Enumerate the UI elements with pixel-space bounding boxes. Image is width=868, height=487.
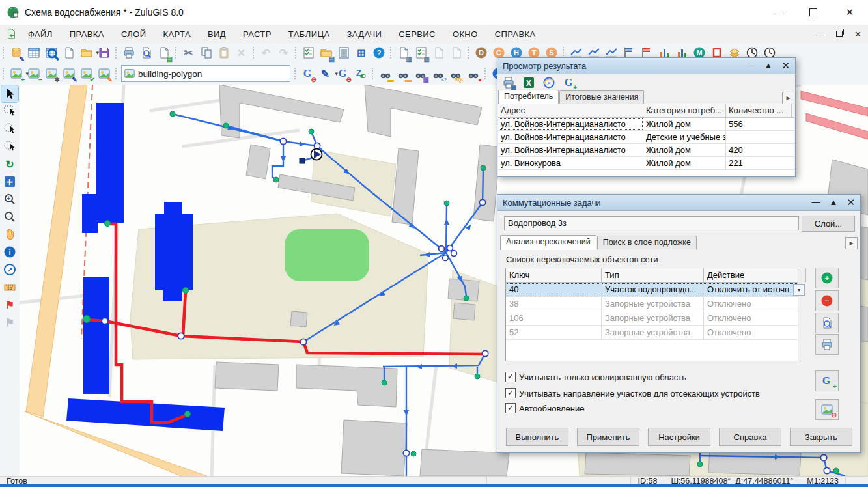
switch-objects-table[interactable]: КлючТипДействие40Участок водопроводн...О… (505, 268, 798, 361)
menu-файл[interactable]: ФАЙЛ (20, 29, 61, 39)
active-layer-combo[interactable]: building-polygon (121, 65, 290, 82)
switching-tab-scroll-button[interactable]: ▶ (845, 237, 858, 249)
print-preview-icon[interactable] (138, 45, 154, 61)
switching-tab-0[interactable]: Анализ переключений (500, 235, 596, 250)
select-lasso-tool[interactable] (1, 138, 18, 155)
legend-list-icon[interactable] (335, 45, 352, 61)
report-icon[interactable]: ▤ (156, 45, 172, 61)
project-folder-icon[interactable]: ▤ (318, 45, 334, 61)
checkbox[interactable]: ✓ (505, 403, 516, 413)
undo-icon[interactable]: ↶ (258, 45, 274, 61)
search-db-icon[interactable]: ▬ (395, 66, 411, 82)
export-web-icon[interactable]: e (542, 76, 556, 90)
task-list-icon[interactable] (300, 45, 316, 61)
search-xml-icon[interactable]: <? (430, 66, 446, 82)
настройки-button[interactable]: Настройки (648, 428, 710, 446)
result-table-row[interactable]: ул. ВинокуроваЖилой дом221 (498, 157, 794, 170)
switch-table-row[interactable]: 106Запорные устройстваОтключено (506, 311, 798, 326)
layer-remove-icon[interactable]: − (25, 66, 42, 82)
menu-задачи[interactable]: ЗАДАЧИ (338, 29, 390, 39)
add-frame-icon[interactable]: ⊞ (353, 45, 369, 61)
export-excel-icon[interactable]: X (522, 76, 536, 90)
print-result-icon[interactable]: ▦ (501, 76, 516, 90)
result-table-row[interactable]: ул. Войнов-ИнтернацианалистоЖилой дом420 (498, 144, 794, 157)
menu-таблица[interactable]: ТАБЛИЦА (280, 29, 339, 39)
search-key-icon[interactable]: ▬ (377, 66, 393, 82)
search-theme-icon[interactable]: ▦ (412, 66, 428, 82)
layer-apply-icon[interactable]: ✔ (78, 66, 94, 82)
add-result-to-map-button[interactable]: G+ (815, 370, 839, 391)
table-view-icon[interactable] (25, 45, 42, 61)
layer-add-icon[interactable]: +▾ (8, 66, 24, 82)
switch-table-row[interactable]: 40Участок водопроводн...Отключить от ист… (506, 283, 798, 297)
checkbox[interactable]: ✓ (505, 372, 516, 382)
справка-button[interactable]: Справка (719, 428, 781, 446)
layer-settings-icon[interactable]: ✱ (43, 66, 59, 82)
menu-окно[interactable]: ОКНО (444, 29, 486, 39)
select-tool[interactable] (1, 85, 18, 102)
mdi-restore-button[interactable] (836, 31, 843, 37)
cut-icon[interactable]: ✂ (180, 45, 197, 61)
save-icon[interactable] (96, 45, 112, 61)
search-sql-icon[interactable]: SQL (447, 66, 464, 82)
redo-icon[interactable]: ↷ (275, 45, 292, 61)
result-tab-1[interactable]: Итоговые значения (559, 90, 644, 104)
print-tiles-icon[interactable] (448, 45, 464, 61)
select-rect-tool[interactable] (1, 103, 18, 120)
switch-table-row[interactable]: 52Запорные устройстваОтключено (506, 326, 798, 340)
result-tab-scroll-button[interactable]: ▶ (782, 92, 794, 104)
draw-pencil-icon[interactable]: ✎▾ (317, 66, 333, 82)
db-edit-icon[interactable]: ✎ (8, 45, 24, 61)
mdi-close-button[interactable]: ✕ (854, 29, 861, 39)
open-folder-icon[interactable]: ▾ (78, 45, 94, 61)
layer-edit-icon[interactable]: ✎ (61, 66, 77, 82)
row-remove-button[interactable]: − (815, 290, 839, 311)
geo-off-icon[interactable]: G⊖ (300, 66, 316, 82)
menu-карта[interactable]: КАРТА (154, 29, 199, 39)
menu-сервис[interactable]: СЕРВИС (390, 29, 444, 39)
result-table-row[interactable]: ул. Войнов-ИнтернацианалистоЖилой дом556 (498, 118, 794, 131)
menu-правка[interactable]: ПРАВКА (61, 29, 113, 39)
filter-toggle-icon[interactable]: Z (352, 66, 369, 82)
action-combo-arrow[interactable]: ▾ (793, 284, 805, 296)
flag-off-tool[interactable]: ⚑ (1, 314, 18, 331)
search-address-icon[interactable]: ● (465, 66, 481, 82)
выполнить-button[interactable]: Выполнить (506, 428, 568, 446)
layer-select-button[interactable]: Слой... (802, 216, 855, 232)
result-tab-0[interactable]: Потребитель (498, 90, 559, 105)
result-collapse-button[interactable]: ▲ (764, 63, 773, 69)
print-set-icon[interactable]: ▥ (413, 45, 429, 61)
result-dialog-titlebar[interactable]: Просмотр результата — ▲ ✕ (497, 58, 795, 74)
print-region-icon[interactable] (430, 45, 447, 61)
print-icon[interactable] (120, 45, 137, 61)
goto-tool[interactable]: ↗ (1, 261, 18, 278)
применить-button[interactable]: Применить (577, 428, 639, 446)
table-search-icon[interactable] (43, 45, 59, 61)
pan-tool[interactable] (1, 226, 18, 243)
result-minimize-button[interactable]: — (747, 63, 755, 69)
window-maximize-button[interactable] (795, 0, 832, 25)
menu-справка[interactable]: СПРАВКА (486, 29, 544, 39)
flag-tool[interactable]: ⚑ (1, 296, 18, 313)
mode-d-icon[interactable]: D (473, 45, 489, 61)
result-close-button[interactable]: ✕ (781, 63, 790, 69)
print-map-icon[interactable]: ▥ (395, 45, 412, 61)
row-print-button[interactable] (815, 334, 839, 355)
switching-tab-1[interactable]: Поиск в слое подложке (597, 236, 697, 249)
add-to-map-icon[interactable]: G+ (562, 76, 576, 90)
network-layer-field[interactable]: Водопровод 3з (504, 216, 799, 230)
menu-вид[interactable]: ВИД (199, 29, 234, 39)
layer-active-edit-icon[interactable]: ✎ (96, 66, 112, 82)
window-close-button[interactable]: ✕ (832, 0, 868, 25)
zoom-in[interactable]: + (1, 191, 18, 208)
clear-highlight-button[interactable]: ⊖ (815, 399, 839, 420)
window-minimize-button[interactable]: — (759, 0, 795, 25)
закрыть-button[interactable]: Закрыть (790, 428, 852, 446)
ruler-tool[interactable]: 1 2 (1, 279, 18, 296)
menu-слой[interactable]: СЛОЙ (113, 29, 155, 39)
select-circle-tool[interactable] (1, 120, 18, 137)
switching-close-button[interactable]: ✕ (847, 199, 855, 206)
refresh-map[interactable]: ↻ (1, 156, 18, 173)
row-add-button[interactable]: + (815, 268, 839, 288)
result-table-row[interactable]: ул. Войнов-ИнтернацианалистоДетские и уч… (498, 131, 794, 144)
